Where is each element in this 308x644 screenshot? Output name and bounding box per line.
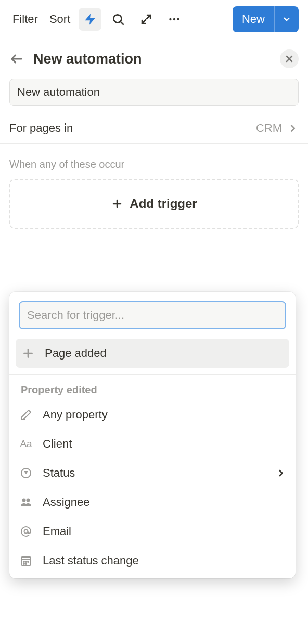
svg-point-18 <box>22 499 26 502</box>
calendar-icon <box>19 553 33 568</box>
svg-point-20 <box>24 530 28 534</box>
trigger-option-assignee[interactable]: Assignee <box>9 488 296 517</box>
automation-icon-button[interactable] <box>79 8 101 31</box>
chevron-down-icon <box>282 15 291 24</box>
pencil-icon <box>19 407 33 422</box>
more-icon <box>168 13 181 26</box>
dropdown-item-label: Client <box>43 437 286 451</box>
arrow-left-icon <box>9 52 24 66</box>
trigger-search-input[interactable] <box>19 301 286 329</box>
dropdown-item-label: Status <box>43 466 266 480</box>
svg-point-29 <box>25 563 27 564</box>
svg-point-28 <box>23 563 24 564</box>
trigger-option-last-status-change[interactable]: Last status change <box>9 546 296 578</box>
trigger-dropdown: Page added Property edited Any property … <box>9 292 296 578</box>
dropdown-item-label: Assignee <box>43 496 286 509</box>
trigger-option-client[interactable]: Aa Client <box>9 429 296 459</box>
at-icon <box>19 524 33 539</box>
toolbar: Filter Sort New <box>0 0 308 39</box>
plus-icon <box>111 197 123 210</box>
svg-marker-17 <box>24 471 28 474</box>
dropdown-item-label: Any property <box>43 408 286 422</box>
trigger-option-page-added[interactable]: Page added <box>16 339 289 368</box>
automation-name-input[interactable] <box>9 79 299 106</box>
trigger-option-email[interactable]: Email <box>9 517 296 546</box>
dropdown-item-label: Last status change <box>43 554 286 567</box>
close-icon <box>284 54 294 64</box>
add-trigger-label: Add trigger <box>130 196 197 211</box>
more-button[interactable] <box>163 8 186 31</box>
search-icon <box>111 13 125 26</box>
close-button[interactable] <box>280 49 299 68</box>
scope-selector[interactable]: For pages in CRM <box>0 113 308 144</box>
filter-button[interactable]: Filter <box>9 10 41 28</box>
svg-marker-0 <box>85 14 96 25</box>
svg-line-2 <box>121 21 123 24</box>
search-button[interactable] <box>107 8 130 31</box>
trigger-option-any-property[interactable]: Any property <box>9 400 296 429</box>
status-icon <box>19 466 33 480</box>
text-icon: Aa <box>19 437 33 451</box>
svg-point-6 <box>173 18 175 20</box>
lightning-icon <box>83 13 97 26</box>
person-icon <box>19 495 33 510</box>
chevron-right-icon <box>276 468 286 478</box>
scope-label: For pages in <box>9 121 256 135</box>
automation-name-row <box>0 79 308 113</box>
triggers-section-label: When any of these occur <box>0 144 308 179</box>
new-button[interactable]: New <box>233 6 274 32</box>
expand-button[interactable] <box>135 8 158 31</box>
dropdown-item-label: Page added <box>45 346 284 360</box>
new-button-group: New <box>233 6 299 32</box>
svg-point-27 <box>28 561 29 562</box>
chevron-right-icon <box>287 122 299 134</box>
new-dropdown-button[interactable] <box>274 6 299 32</box>
add-trigger-button[interactable]: Add trigger <box>9 179 299 229</box>
panel-title: New automation <box>33 51 271 67</box>
property-edited-section-label: Property edited <box>9 375 296 400</box>
svg-point-7 <box>177 18 179 20</box>
panel-header: New automation <box>0 39 308 79</box>
svg-point-25 <box>23 561 24 562</box>
expand-icon <box>140 13 152 26</box>
plus-icon <box>21 346 35 361</box>
scope-value: CRM <box>256 121 282 135</box>
svg-point-19 <box>27 499 30 502</box>
back-button[interactable] <box>9 52 24 66</box>
trigger-option-status[interactable]: Status <box>9 459 296 488</box>
svg-point-26 <box>25 561 27 562</box>
sort-button[interactable]: Sort <box>46 10 73 28</box>
svg-point-5 <box>170 18 172 20</box>
dropdown-item-label: Email <box>43 525 286 538</box>
